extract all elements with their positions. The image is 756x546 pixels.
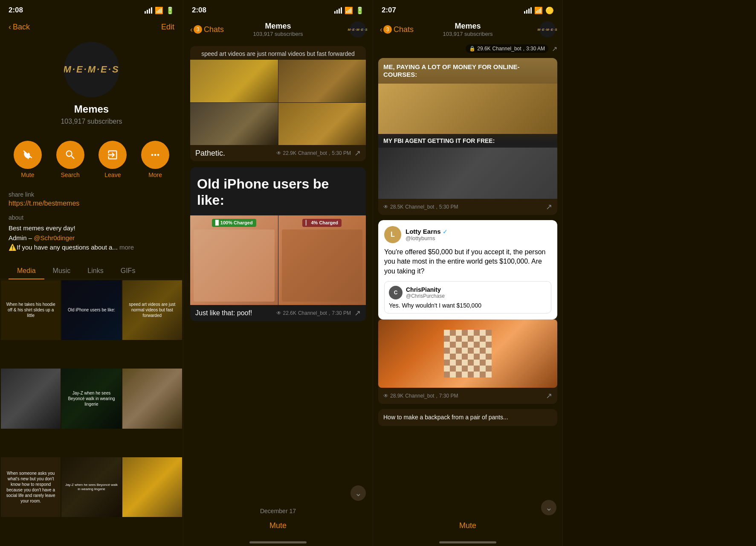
status-icons-p1: 📶 🔋	[145, 6, 174, 15]
tweet-reply-avatar: C	[389, 286, 403, 299]
media-item-8[interactable]: Jay-Z when he sees Beyoncé walk in weari…	[61, 457, 121, 517]
info-section: share link https://t.me/bestmemes about …	[0, 185, 183, 258]
share-link-label: share link	[9, 191, 174, 198]
iphone-caption: Just like that: poof!	[195, 309, 252, 317]
share-icon-tweet[interactable]: ↗	[546, 391, 552, 401]
iphone-message-bottom: Just like that: poof! 👁 22.6K Channel_bo…	[190, 305, 366, 321]
media-item-7[interactable]: When someone asks you what's new but you…	[1, 457, 61, 517]
mute-button[interactable]: Mute	[14, 141, 42, 178]
signal-icon	[145, 7, 152, 14]
about-line2: Admin –	[9, 234, 34, 241]
home-indicator-p3	[439, 541, 496, 543]
tab-music[interactable]: Music	[44, 263, 79, 279]
status-icons-p2: 📶 🔋	[334, 6, 364, 15]
fbi-meme-bottom-text: MY FBI AGENT GETTING IT FOR FREE:	[378, 134, 557, 148]
leave-button[interactable]: Leave	[98, 141, 127, 178]
media-item-5[interactable]: Jay-Z when he sees Beyoncé walk in weari…	[61, 369, 121, 428]
channel-subs-p2: 103,917 subscribers	[253, 31, 303, 37]
warning-icon: ⚠️	[9, 244, 17, 251]
channel-name-p3: Memes	[443, 22, 492, 31]
fbi-meme-top-text: ME, PAYING A LOT OF MONEY FOR ONLINE-COU…	[378, 58, 557, 84]
iphone-face-right: ▏4% Charged	[278, 215, 366, 305]
about-line1: Best memes every day!	[9, 224, 75, 232]
chats-back-button-p2[interactable]: ‹ 3 Chats	[190, 25, 224, 34]
wolf-img-3	[190, 103, 278, 145]
tweet-author-name: Lotty Earns	[406, 228, 441, 235]
share-link-url[interactable]: https://t.me/bestmemes	[9, 200, 174, 207]
scroll-indicator-p3: ⌄	[373, 500, 562, 517]
media-item-9[interactable]	[122, 457, 182, 517]
channel-title-p3: Memes 103,917 subscribers	[443, 22, 492, 37]
tab-links[interactable]: Links	[79, 263, 112, 279]
avatar: M·E·M·E·S	[64, 42, 119, 97]
chats-label-p2: Chats	[204, 25, 224, 34]
admin-mention[interactable]: @Schr0dinger	[34, 234, 75, 241]
battery-icon-p2: 🔋	[356, 6, 364, 15]
tweet-reply-header: C ChrisPianity @ChrisPurchase	[389, 286, 547, 299]
mute-button-bottom-p2: Mute	[183, 517, 373, 539]
chess-image	[378, 319, 557, 388]
chess-board	[444, 330, 492, 378]
wolf-img-1	[190, 60, 278, 102]
media-text-8: Jay-Z when he sees Beyoncé walk in weari…	[61, 457, 121, 517]
battery-icon-p3: 🟡	[545, 6, 554, 15]
profile-section: M·E·M·E·S Memes 103,917 subscribers	[0, 38, 183, 134]
search-button[interactable]: Search	[56, 141, 84, 178]
wolves-image-grid	[190, 60, 366, 145]
iphone-big-text: Old iPhone users be like:	[190, 167, 366, 215]
about-line3: If you have any questions about a...	[17, 244, 118, 251]
share-icon-wolves[interactable]: ↗	[354, 148, 361, 158]
home-indicator-p2	[249, 541, 307, 543]
tweet-reply-card: C ChrisPianity @ChrisPurchase Yes. Why w…	[384, 281, 551, 314]
mute-btn-p2[interactable]: Mute	[269, 521, 287, 530]
back-button-p1[interactable]: ‹ Back	[9, 23, 30, 32]
scroll-down-button-p3[interactable]: ⌄	[541, 500, 556, 515]
top-message-meta: 🔒 29.6K Channel_bot, 3:30 AM ↗	[378, 44, 557, 53]
partial-text: How to make a backpack from a pair of pa…	[383, 414, 508, 421]
wolves-text: Pathetic.	[195, 149, 225, 158]
share-icon-fbi[interactable]: ↗	[546, 202, 552, 212]
iphone-message: Old iPhone users be like: ▉100% Charged …	[190, 167, 366, 321]
profile-name: Memes	[74, 103, 109, 115]
date-divider-p2: December 17	[183, 505, 373, 517]
iphone-meta: 👁 22.6K Channel_bot, 7:30 PM	[276, 310, 351, 316]
signal-icon-p3	[524, 7, 532, 14]
mute-button-bottom-p3: Mute	[373, 517, 562, 539]
leave-label: Leave	[104, 171, 121, 178]
more-link[interactable]: more	[119, 244, 134, 251]
battery-red: ▏4% Charged	[302, 219, 342, 227]
chats-back-button-p3[interactable]: ‹ 3 Chats	[380, 25, 414, 34]
battery-green: ▉100% Charged	[212, 219, 256, 227]
media-item-4[interactable]	[1, 369, 61, 428]
chevron-down-icon-p2: ⌄	[355, 488, 362, 498]
share-icon-top[interactable]: ↗	[552, 45, 557, 53]
tab-media[interactable]: Media	[9, 263, 44, 279]
partial-message: How to make a backpack from a pair of pa…	[378, 409, 557, 426]
tweet-message: L Lotty Earns ✓ @lottyburns You're offer…	[378, 220, 557, 404]
unread-badge-p2: 3	[194, 25, 202, 34]
media-item-2[interactable]: Old iPhone users be like:	[61, 280, 121, 340]
tab-gifs[interactable]: GIFs	[112, 263, 144, 279]
media-item-3[interactable]: speed art videos are just normal videos …	[122, 280, 182, 340]
more-button[interactable]: More	[141, 141, 169, 178]
wolves-message: speed art videos are just normal videos …	[190, 46, 366, 161]
share-icon-iphone[interactable]: ↗	[354, 308, 361, 318]
fbi-meme-image: ME, PAYING A LOT OF MONEY FOR ONLINE-COU…	[378, 58, 557, 199]
about-section: about Best memes every day! Admin – @Sch…	[9, 214, 174, 253]
media-text-7: When someone asks you what's new but you…	[1, 457, 61, 517]
edit-button[interactable]: Edit	[161, 23, 174, 32]
mute-btn-p3[interactable]: Mute	[459, 521, 476, 530]
tweet-reply-name: ChrisPianity	[406, 286, 445, 293]
scroll-down-button-p2[interactable]: ⌄	[350, 485, 366, 501]
media-item-1[interactable]: When he takes his hoodie off & his shirt…	[1, 280, 61, 340]
channel-avatar-p2[interactable]: M·E·M·E·S	[350, 21, 366, 38]
verified-icon: ✓	[443, 228, 448, 235]
media-item-6[interactable]	[122, 369, 182, 428]
avatar-text-p3: M·E·M·E·S	[537, 28, 557, 32]
wolf-img-4	[278, 103, 366, 145]
chevron-left-icon: ‹	[9, 23, 11, 32]
media-text-2: Old iPhone users be like:	[61, 280, 121, 340]
tweet-author-info: Lotty Earns ✓ @lottyburns	[406, 228, 448, 241]
chat-nav-p2: ‹ 3 Chats Memes 103,917 subscribers M·E·…	[183, 19, 373, 42]
channel-avatar-p3[interactable]: M·E·M·E·S	[539, 21, 556, 38]
